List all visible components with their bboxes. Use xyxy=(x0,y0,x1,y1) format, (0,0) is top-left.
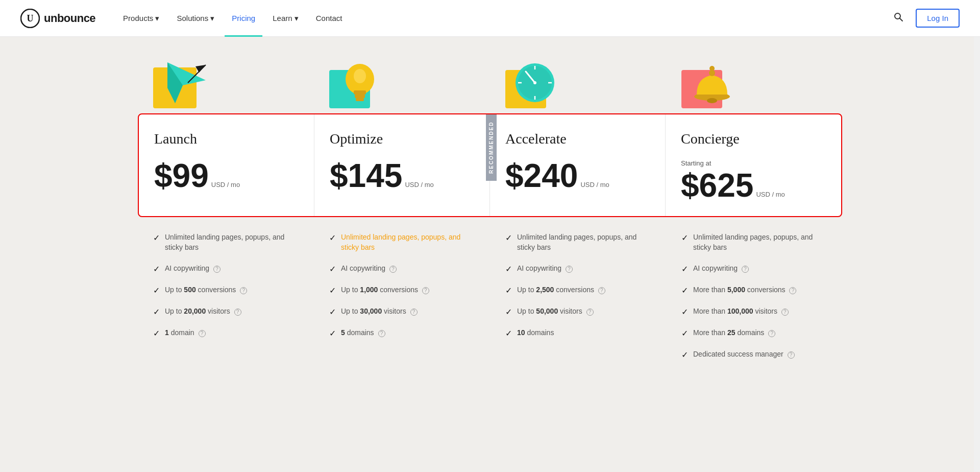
feature-text: Unlimited landing pages, popups, and sti… xyxy=(341,232,475,252)
help-icon[interactable]: ? xyxy=(742,266,749,273)
svg-point-12 xyxy=(354,69,366,83)
feature-item: ✓ AI copywriting ? xyxy=(153,264,299,274)
nav-solutions[interactable]: Solutions ▾ xyxy=(169,10,222,27)
plan-price-concierge: $625 USD / mo xyxy=(681,169,826,202)
feature-text: Up to 1,000 conversions ? xyxy=(341,285,429,295)
feature-text: Up to 2,500 conversions ? xyxy=(517,285,605,295)
feature-text: 5 domains ? xyxy=(341,328,385,338)
feature-item: ✓ 5 domains ? xyxy=(329,328,475,338)
logo-icon: U xyxy=(20,9,40,28)
plan-card-launch: Launch $99 USD / mo xyxy=(139,114,314,216)
help-icon[interactable]: ? xyxy=(586,309,594,316)
help-icon[interactable]: ? xyxy=(234,309,241,316)
launch-icon-cell xyxy=(138,57,314,113)
feature-text: Unlimited landing pages, popups, and sti… xyxy=(517,232,651,252)
nav-products[interactable]: Products ▾ xyxy=(116,10,166,27)
features-launch: ✓ Unlimited landing pages, popups, and s… xyxy=(138,232,314,371)
plan-card-optimize: Optimize $145 USD / mo RECOMMENDED xyxy=(314,114,490,216)
feature-text: Up to 20,000 visitors ? xyxy=(165,306,241,317)
svg-rect-25 xyxy=(710,68,714,74)
feature-item: ✓ Unlimited landing pages, popups, and s… xyxy=(505,232,651,252)
check-icon: ✓ xyxy=(681,350,688,360)
check-icon: ✓ xyxy=(329,328,336,338)
plan-icons-row xyxy=(138,57,842,113)
feature-item: ✓ Unlimited landing pages, popups, and s… xyxy=(153,232,299,252)
check-icon: ✓ xyxy=(329,307,336,317)
nav-right: Log In xyxy=(889,8,960,29)
help-icon[interactable]: ? xyxy=(566,266,573,273)
recommended-badge: RECOMMENDED xyxy=(486,114,497,181)
help-icon[interactable]: ? xyxy=(788,351,795,359)
svg-point-23 xyxy=(707,98,717,103)
help-icon[interactable]: ? xyxy=(240,287,247,294)
feature-item: ✓ Dedicated success manager ? xyxy=(681,349,827,360)
feature-text: AI copywriting ? xyxy=(341,264,397,274)
check-icon: ✓ xyxy=(329,233,336,243)
feature-text: Up to 500 conversions ? xyxy=(165,285,247,295)
help-icon[interactable]: ? xyxy=(378,330,385,337)
help-icon[interactable]: ? xyxy=(213,266,220,273)
pricing-container: Launch $99 USD / mo Optimize $145 USD / … xyxy=(138,113,842,217)
check-icon: ✓ xyxy=(153,328,160,338)
check-icon: ✓ xyxy=(505,233,512,243)
check-icon: ✓ xyxy=(681,307,688,317)
help-icon[interactable]: ? xyxy=(199,330,206,337)
feature-item: ✓ Up to 30,000 visitors ? xyxy=(329,306,475,317)
feature-text: AI copywriting ? xyxy=(693,264,749,274)
check-icon: ✓ xyxy=(153,286,160,295)
feature-item: ✓ 10 domains xyxy=(505,328,651,338)
feature-item: ✓ Up to 50,000 visitors ? xyxy=(505,306,651,317)
help-icon[interactable]: ? xyxy=(768,330,775,337)
feature-item: ✓ Up to 1,000 conversions ? xyxy=(329,285,475,295)
check-icon: ✓ xyxy=(681,328,688,338)
search-icon xyxy=(893,12,903,22)
price-suffix-optimize: USD / mo xyxy=(405,181,433,188)
check-icon: ✓ xyxy=(153,264,160,274)
plan-price-accelerate: $240 USD / mo xyxy=(505,159,650,192)
svg-rect-10 xyxy=(355,95,365,98)
feature-item: ✓ Up to 20,000 visitors ? xyxy=(153,306,299,317)
accelerate-icon-cell xyxy=(490,57,666,113)
feature-text: Up to 50,000 visitors ? xyxy=(517,306,594,317)
feature-text: Dedicated success manager ? xyxy=(693,349,795,360)
svg-line-3 xyxy=(900,18,903,21)
search-button[interactable] xyxy=(889,8,908,29)
concierge-icon-cell xyxy=(666,57,842,113)
features-container: ✓ Unlimited landing pages, popups, and s… xyxy=(138,217,842,371)
price-amount-accelerate: $240 xyxy=(505,159,578,192)
check-icon: ✓ xyxy=(681,233,688,243)
feature-text: More than 5,000 conversions ? xyxy=(693,285,796,295)
plan-card-concierge: Concierge Starting at $625 USD / mo xyxy=(666,114,841,216)
plan-name-launch: Launch xyxy=(154,131,299,147)
check-icon: ✓ xyxy=(329,264,336,274)
help-icon[interactable]: ? xyxy=(422,287,429,294)
plan-name-accelerate: Accelerate xyxy=(505,131,650,147)
plan-name-optimize: Optimize xyxy=(330,131,474,147)
svg-marker-7 xyxy=(195,65,206,73)
concierge-icon xyxy=(687,60,738,111)
nav-contact[interactable]: Contact xyxy=(309,10,350,27)
accelerate-icon xyxy=(509,57,560,108)
feature-item: ✓ AI copywriting ? xyxy=(505,264,651,274)
logo-link[interactable]: U unbounce xyxy=(20,9,95,28)
price-amount-optimize: $145 xyxy=(330,159,402,192)
features-optimize: ✓ Unlimited landing pages, popups, and s… xyxy=(314,232,490,371)
help-icon[interactable]: ? xyxy=(781,309,789,316)
scrollbar[interactable] xyxy=(974,0,980,472)
plan-card-accelerate: Accelerate $240 USD / mo xyxy=(490,114,666,216)
help-icon[interactable]: ? xyxy=(389,266,397,273)
feature-item: ✓ AI copywriting ? xyxy=(329,264,475,274)
help-icon[interactable]: ? xyxy=(598,287,605,294)
nav-learn[interactable]: Learn ▾ xyxy=(265,10,306,27)
check-icon: ✓ xyxy=(505,328,512,338)
feature-text: Unlimited landing pages, popups, and sti… xyxy=(165,232,299,252)
nav-pricing[interactable]: Pricing xyxy=(225,10,262,27)
price-suffix-launch: USD / mo xyxy=(211,181,240,188)
login-button[interactable]: Log In xyxy=(916,9,960,28)
plan-price-launch: $99 USD / mo xyxy=(154,159,299,192)
help-icon[interactable]: ? xyxy=(789,287,796,294)
help-icon[interactable]: ? xyxy=(410,309,418,316)
feature-item: ✓ 1 domain ? xyxy=(153,328,299,338)
navigation: U unbounce Products ▾ Solutions ▾ Pricin… xyxy=(0,0,980,37)
plan-name-concierge: Concierge xyxy=(681,131,826,147)
